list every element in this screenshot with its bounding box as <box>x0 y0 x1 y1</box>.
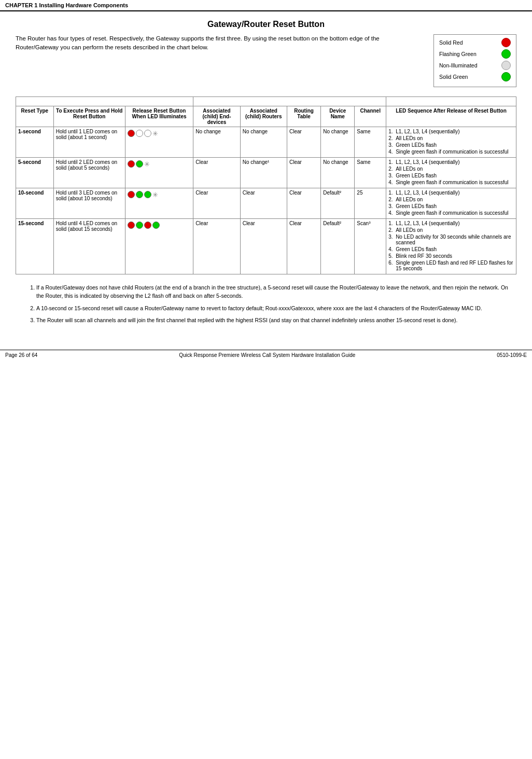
red-led-icon <box>128 130 135 137</box>
footer-center: Quick Response Premiere Wireless Call Sy… <box>179 352 355 358</box>
led-seq-item: 1. L1, L2, L3, L4 (sequentially) <box>388 190 514 196</box>
cell-routing-table: Clear <box>287 127 320 158</box>
col-device-name: Device Name <box>321 106 355 127</box>
legend-non-illuminated: Non-Illuminated <box>439 61 511 70</box>
cell-execute: Hold until 2 LED comes on solid (about 5… <box>53 158 125 188</box>
cell-routing-table: Clear <box>287 219 320 274</box>
table-row: 15-secondHold until 4 LED comes on solid… <box>16 219 516 274</box>
led-seq-item: 4. Green LEDs flash <box>388 246 514 252</box>
cell-assoc-child-routers: No change¹ <box>240 158 287 188</box>
col-routing: Routing Table <box>287 106 320 127</box>
col-release: Release Reset Button When LED Illuminate… <box>125 106 193 127</box>
footer-doc-number: 0510-1099-E <box>497 352 527 358</box>
cell-execute: Hold until 1 LED comes on solid (about 1… <box>53 127 125 158</box>
red-led-icon <box>144 222 151 229</box>
empty-led-icon <box>136 130 143 137</box>
cell-channel: Same <box>355 127 386 158</box>
cell-assoc-child-end: Clear <box>193 219 240 274</box>
cell-led-pattern: ✳ <box>125 127 193 158</box>
footer-page: Page 26 of 64 <box>5 352 37 358</box>
led-seq-item: 5. Blink red RF 30 seconds <box>388 253 514 259</box>
led-seq-item: 3. Green LEDs flash <box>388 173 514 178</box>
footnote-item: If a Router/Gateway does not have child … <box>36 284 516 300</box>
cell-channel: 25 <box>355 188 386 219</box>
page-footer: Page 26 of 64 Quick Response Premiere Wi… <box>0 350 532 360</box>
green-led-icon <box>136 160 143 168</box>
legend-non-illuminated-dot <box>501 61 511 70</box>
cell-assoc-child-routers: No change <box>240 127 287 158</box>
red-led-icon <box>128 160 135 168</box>
section-title: Gateway/Router Reset Button <box>16 20 516 29</box>
cell-led-seq: 1. L1, L2, L3, L4 (sequentially)2. All L… <box>386 219 516 274</box>
led-seq-item: 4. Single green flash if communication i… <box>388 149 514 155</box>
cell-reset-type: 15-second <box>16 219 54 274</box>
cell-assoc-child-routers: Clear <box>240 188 287 219</box>
legend-flashing-green: Flashing Green <box>439 49 511 59</box>
cell-device-name: Default² <box>321 188 355 219</box>
chapter-title: CHAPTER 1 Installing Hardware Components <box>5 2 128 8</box>
led-legend: Solid Red Flashing Green Non-Illuminated… <box>433 34 516 87</box>
led-seq-item: 3. Green LEDs flash <box>388 142 514 148</box>
cell-execute: Hold until 3 LED comes on solid (about 1… <box>53 188 125 219</box>
intro-text: The Router has four types of reset. Resp… <box>16 34 423 52</box>
green-led-icon <box>152 222 160 229</box>
cell-routing-table: Clear <box>287 158 320 188</box>
cell-reset-type: 10-second <box>16 188 54 219</box>
intro-area: The Router has four types of reset. Resp… <box>16 34 516 87</box>
led-seq-item: 4. Single green flash if communication i… <box>388 180 514 185</box>
legend-solid-red: Solid Red <box>439 38 511 47</box>
cell-assoc-child-end: No change <box>193 127 240 158</box>
led-seq-item: 2. All LEDs on <box>388 135 514 141</box>
green-led-icon <box>136 222 143 229</box>
col-led-seq: LED Sequence After Release of Reset Butt… <box>386 106 516 127</box>
footnote-item: The Router will scan all channels and wi… <box>36 316 516 325</box>
cell-channel: Scan³ <box>355 219 386 274</box>
cell-reset-type: 1-second <box>16 127 54 158</box>
led-seq-item: 2. All LEDs on <box>388 197 514 202</box>
legend-solid-green-label: Solid Green <box>439 74 498 80</box>
cell-led-seq: 1. L1, L2, L3, L4 (sequentially)2. All L… <box>386 158 516 188</box>
footnote-item: A 10-second or 15-second reset will caus… <box>36 305 516 313</box>
legend-non-illuminated-label: Non-Illuminated <box>439 62 498 68</box>
green-led-icon <box>144 191 151 198</box>
star-icon: ✳ <box>144 161 150 168</box>
page-header: CHAPTER 1 Installing Hardware Components <box>0 0 532 11</box>
cell-execute: Hold until 4 LED comes on solid (about 1… <box>53 219 125 274</box>
red-led-icon <box>128 222 135 229</box>
col-assoc-end: Associated (child) End-devices <box>193 106 240 127</box>
green-led-icon <box>136 191 143 198</box>
col-execute: To Execute Press and Hold Reset Button <box>53 106 125 127</box>
table-row: 1-secondHold until 1 LED comes on solid … <box>16 127 516 158</box>
cell-led-pattern: ✳ <box>125 158 193 188</box>
led-seq-item: 2. All LEDs on <box>388 166 514 172</box>
col-reset-type: Reset Type <box>16 106 54 127</box>
legend-flashing-green-label: Flashing Green <box>439 51 498 57</box>
cell-assoc-child-routers: Clear <box>240 219 287 274</box>
legend-flashing-green-dot <box>501 49 511 59</box>
cell-led-seq: 1. L1, L2, L3, L4 (sequentially)2. All L… <box>386 127 516 158</box>
page-content: Gateway/Router Reset Button The Router h… <box>0 11 532 344</box>
cell-device-name: Default² <box>321 219 355 274</box>
cell-assoc-child-end: Clear <box>193 188 240 219</box>
led-seq-item: 6. Single green LED flash and red RF LED… <box>388 260 514 271</box>
footnotes: If a Router/Gateway does not have child … <box>16 284 516 325</box>
red-led-icon <box>128 191 135 198</box>
led-seq-item: 4. Single green flash if communication i… <box>388 210 514 216</box>
cell-led-pattern: ✳ <box>125 188 193 219</box>
legend-solid-red-label: Solid Red <box>439 39 498 46</box>
star-icon: ✳ <box>152 130 158 137</box>
col-channel: Channel <box>355 106 386 127</box>
col-assoc-routers: Associated (child) Routers <box>240 106 287 127</box>
empty-led-icon <box>144 130 151 137</box>
cell-led-seq: 1. L1, L2, L3, L4 (sequentially)2. All L… <box>386 188 516 219</box>
legend-solid-red-dot <box>501 38 511 47</box>
action-header: Action Upon Release of Reset Button <box>193 97 386 106</box>
star-icon: ✳ <box>152 191 158 198</box>
led-seq-item: 3. No LED activity for 30 seconds while … <box>388 234 514 245</box>
legend-solid-green-dot <box>501 72 511 81</box>
cell-device-name: No change <box>321 127 355 158</box>
cell-channel: Same <box>355 158 386 188</box>
cell-assoc-child-end: Clear <box>193 158 240 188</box>
legend-solid-green: Solid Green <box>439 72 511 81</box>
led-seq-item: 1. L1, L2, L3, L4 (sequentially) <box>388 129 514 134</box>
